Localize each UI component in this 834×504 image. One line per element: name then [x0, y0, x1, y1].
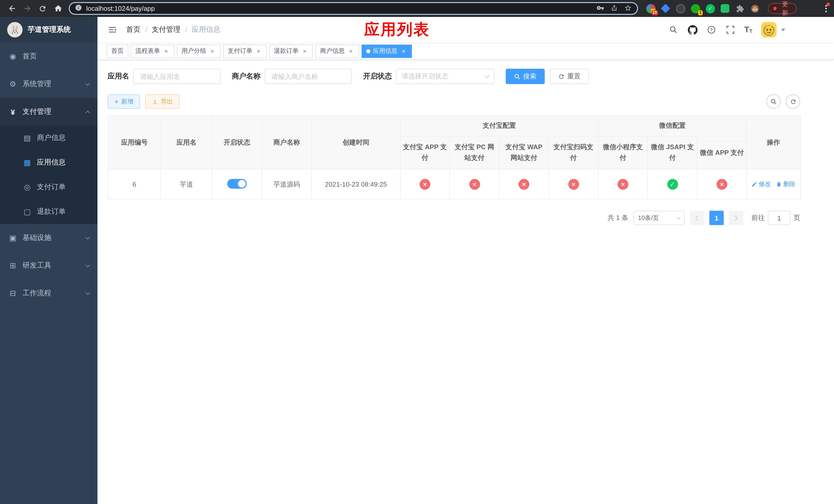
browser-menu-button[interactable]	[823, 3, 829, 14]
column-header-alipay-app: 支付宝 APP 支付	[400, 136, 449, 169]
site-info-icon[interactable]	[75, 4, 82, 13]
search-icon[interactable]	[668, 25, 679, 35]
password-key-icon[interactable]	[596, 4, 604, 13]
browser-update-button[interactable]: 更新	[768, 3, 796, 14]
bookmark-star-icon[interactable]	[624, 4, 632, 13]
browser-profile-avatar[interactable]	[750, 4, 760, 13]
sidebar-item-system[interactable]: ⚙ 系统管理	[0, 70, 97, 98]
address-bar[interactable]: localhost:1024/pay/app	[69, 2, 638, 15]
sidebar-item-merchant-info[interactable]: ▤ 商户信息	[0, 125, 97, 150]
tab-app-info[interactable]: 应用信息 ×	[361, 44, 412, 58]
merchant-name-input[interactable]	[265, 69, 352, 84]
column-header-wx-app: 微信 APP 支付	[697, 136, 747, 169]
sidebar-item-payment-orders[interactable]: ◎ 支付订单	[0, 175, 97, 200]
tab-merchant-info[interactable]: 商户信息 ×	[315, 44, 359, 58]
tab-close-icon[interactable]: ×	[162, 47, 170, 54]
sidebar-collapse-button[interactable]	[105, 22, 120, 38]
status-select[interactable]: 请选择开启状态	[396, 69, 495, 84]
browser-home-button[interactable]	[51, 2, 65, 15]
fullscreen-icon[interactable]	[725, 25, 736, 35]
sidebar-item-infrastructure[interactable]: ▣ 基础设施	[0, 224, 97, 252]
toggle-search-button[interactable]	[766, 94, 781, 109]
extension-green-square-icon[interactable]	[721, 4, 730, 13]
breadcrumb-home[interactable]: 首页	[126, 25, 140, 35]
sidebar-item-app-info[interactable]: ▦ 应用信息	[0, 150, 97, 175]
cell-actions: 修改 删除	[747, 169, 800, 199]
column-header-created: 创建时间	[312, 116, 400, 169]
pagination-total: 共 1 条	[608, 213, 628, 223]
cell-alipay-wap	[499, 169, 549, 199]
sidebar-item-label: 商户信息	[37, 133, 66, 142]
app-name-input[interactable]	[133, 69, 221, 84]
edit-link[interactable]: 修改	[751, 180, 771, 189]
cell-wx-app	[697, 169, 747, 199]
browser-forward-button[interactable]	[21, 2, 34, 15]
search-icon	[770, 98, 777, 105]
sidebar-item-dev-tools[interactable]: ⊞ 研发工具	[0, 252, 97, 279]
tab-label: 首页	[111, 47, 124, 55]
next-page-button[interactable]	[729, 211, 743, 225]
group-header-alipay: 支付宝配置	[400, 116, 598, 136]
user-avatar[interactable]	[761, 22, 776, 38]
tab-close-icon[interactable]: ×	[347, 47, 354, 54]
column-header-app-id: 应用编号	[108, 116, 161, 169]
chevron-down-icon	[677, 215, 681, 220]
tab-close-icon[interactable]: ×	[255, 47, 262, 54]
font-size-icon[interactable]: TT	[744, 26, 752, 34]
sidebar-item-workflow[interactable]: ⊟ 工作流程	[0, 279, 97, 307]
plus-icon: +	[114, 98, 118, 105]
browser-extensions-area: 10 1 ✓	[646, 4, 760, 13]
search-button[interactable]: 搜索	[506, 69, 545, 84]
payment-submenu: ▤ 商户信息 ▦ 应用信息 ◎ 支付订单 ▢ 退款订单	[0, 125, 97, 224]
extension-diamond-icon[interactable]	[661, 4, 671, 13]
extension-green-circle-icon[interactable]: ✓	[706, 4, 715, 13]
tab-label: 流程表单	[135, 47, 160, 55]
browser-reload-button[interactable]	[36, 2, 49, 15]
extension-pinwheel-icon[interactable]: 10	[646, 4, 656, 13]
cell-alipay-app	[400, 169, 449, 199]
reset-button[interactable]: 重置	[550, 69, 589, 84]
breadcrumb-current: 应用信息	[192, 25, 221, 35]
tab-close-icon[interactable]: ×	[209, 47, 216, 54]
sidebar-item-label: 应用信息	[37, 158, 66, 167]
help-icon[interactable]: ?	[706, 25, 717, 35]
sidebar-item-refund-orders[interactable]: ▢ 退款订单	[0, 200, 97, 224]
github-icon[interactable]	[687, 25, 698, 35]
tab-process-form[interactable]: 流程表单 ×	[131, 44, 174, 58]
menu-notification-dot	[826, 2, 830, 6]
share-icon[interactable]	[610, 4, 618, 13]
tab-user-group[interactable]: 用户分组 ×	[177, 44, 221, 58]
breadcrumb-payment[interactable]: 支付管理	[152, 25, 180, 35]
sidebar-item-payment[interactable]: ¥ 支付管理	[0, 98, 97, 125]
chevron-up-icon	[86, 111, 90, 115]
status-label: 开启状态	[363, 72, 392, 81]
sidebar-item-label: 支付订单	[37, 183, 66, 192]
page-number-button[interactable]: 1	[709, 211, 724, 225]
tab-home[interactable]: 首页	[107, 44, 128, 58]
prev-page-button[interactable]	[690, 211, 704, 225]
page-size-select[interactable]: 10条/页	[633, 211, 685, 225]
tab-payment-orders[interactable]: 支付订单 ×	[223, 44, 267, 58]
extension-dark-icon[interactable]	[676, 4, 685, 13]
sidebar-item-home[interactable]: ◉ 首页	[0, 43, 97, 70]
app-logo: 🐰 芋道管理系统	[0, 17, 97, 43]
tab-close-icon[interactable]: ×	[301, 47, 308, 54]
table-toolbar: + 新增 导出	[108, 94, 800, 109]
export-button[interactable]: 导出	[145, 94, 179, 109]
extension-wechat-icon[interactable]: 1	[691, 4, 700, 13]
cell-app-name: 芋道	[161, 169, 212, 199]
refresh-button[interactable]	[786, 94, 800, 109]
add-button[interactable]: + 新增	[108, 94, 140, 109]
order-icon: ◎	[23, 183, 32, 192]
status-toggle[interactable]	[227, 179, 247, 188]
status-select-placeholder: 请选择开启状态	[402, 72, 448, 81]
page-title-annotation: 应用列表	[364, 19, 430, 40]
browser-back-button[interactable]	[5, 2, 19, 15]
extension-puzzle-icon[interactable]	[736, 4, 745, 13]
delete-link[interactable]: 删除	[776, 180, 795, 189]
table-row: 6 芋道 芋道源码 2021-10-23 08:49:25	[108, 169, 800, 199]
goto-page-input[interactable]	[768, 211, 790, 225]
tab-refund-orders[interactable]: 退款订单 ×	[269, 44, 313, 58]
cell-created: 2021-10-23 08:49:25	[312, 169, 400, 199]
tab-close-icon[interactable]: ×	[400, 47, 407, 54]
